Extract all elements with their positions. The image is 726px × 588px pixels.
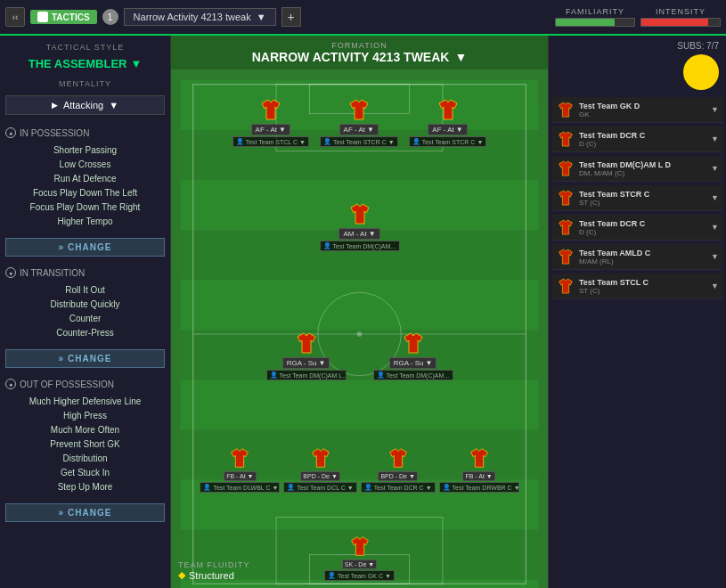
player-name-am[interactable]: 👤Test Team DM(C)AM...▼ xyxy=(320,241,400,251)
sub-row-stcl[interactable]: Test Team STCL C ST (C) ▼ xyxy=(552,274,722,299)
add-tactic-button[interactable]: + xyxy=(281,7,301,27)
change3-label: CHANGE xyxy=(68,508,111,518)
sub-row-stcr[interactable]: Test Team STCR C ST (C) ▼ xyxy=(552,185,722,211)
sub-shirt-dcr2 xyxy=(556,217,575,237)
chevron-right2-icon: » xyxy=(59,354,65,363)
sub-shirt-stcr xyxy=(556,188,575,208)
subs-header: SUBS: 7/7 xyxy=(552,41,722,51)
sub-arrow-dmc: ▼ xyxy=(711,164,719,173)
shirt-cml xyxy=(293,330,320,356)
chevron-right-icon: » xyxy=(59,242,65,252)
formation-title-text: NARROW ACTIVITY 4213 TWEAK xyxy=(252,50,450,64)
formation-label: FORMATION xyxy=(171,41,548,50)
sub-arrow-stcr: ▼ xyxy=(711,193,719,202)
change-oop-button[interactable]: » CHANGE xyxy=(5,503,165,522)
defenders-row: FB - At▼ 👤Test Team DLWBL C▼ BPD - De▼ 👤… xyxy=(171,445,548,493)
sub-arrow-stcl: ▼ xyxy=(711,282,719,290)
role-stcl[interactable]: AF - At▼ xyxy=(251,124,290,135)
player-card-stcr: AF - At▼ 👤Test Team STCR C▼ xyxy=(409,96,487,147)
player-card-cmr: RGA - Su▼ 👤Test Team DM(C)AM...▼ xyxy=(373,330,453,380)
player-name-stcl[interactable]: 👤Test Team STCL C▼ xyxy=(232,136,309,147)
change-possession-button[interactable]: » CHANGE xyxy=(5,238,165,257)
sub-shirt-gk xyxy=(556,100,575,119)
field-header: FORMATION NARROW ACTIVITY 4213 TWEAK ▼ xyxy=(171,36,548,69)
role-stcr[interactable]: AF - At▼ xyxy=(428,124,467,135)
role-dcr[interactable]: BPD - De▼ xyxy=(378,471,418,481)
player-card-dcl: BPD - De▼ 👤Test Team DCL C▼ xyxy=(283,445,356,493)
forwards-row: AF - At▼ 👤Test Team STCL C▼ AF - At▼ 👤Te… xyxy=(171,96,548,147)
intensity-fill xyxy=(641,19,708,26)
shirt-cmr xyxy=(400,330,427,356)
player-name-gk[interactable]: 👤Test Team GK C▼ xyxy=(324,570,395,581)
player-name-lw[interactable]: 👤Test Team DLWBL C▼ xyxy=(200,482,280,493)
sub-pos-amld: M/AM (RL) xyxy=(579,257,707,265)
sub-row-dcr1[interactable]: Test Team DCR C D (C) ▼ xyxy=(552,127,722,152)
role-rw[interactable]: FB - At▼ xyxy=(462,471,494,481)
familiarity-label: FAMILIARITY xyxy=(566,7,624,16)
tactic-name-button[interactable]: Narrow Activity 4213 tweak ▼ xyxy=(124,8,276,26)
mentality-value: Attacking xyxy=(63,100,103,110)
change-transition-button[interactable]: » CHANGE xyxy=(5,349,165,368)
formation-title: NARROW ACTIVITY 4213 TWEAK ▼ xyxy=(171,50,548,64)
role-am[interactable]: AM - At▼ xyxy=(339,228,379,240)
main-layout: TACTICAL STYLE THE ASSEMBLER ▼ MENTALITY… xyxy=(0,36,726,588)
svg-rect-7 xyxy=(181,380,539,429)
in-possession-icon: ● xyxy=(5,127,16,138)
player-name-rw[interactable]: 👤Test Team DRWBR C▼ xyxy=(439,482,519,493)
sub-info-gk: Test Team GK D GK xyxy=(579,102,707,118)
player-name-stcc[interactable]: 👤Test Team STCR C▼ xyxy=(320,136,398,147)
player-name-dcl[interactable]: 👤Test Team DCL C▼ xyxy=(283,482,356,493)
shirt-gk xyxy=(347,534,372,559)
sub-shirt-dcr1 xyxy=(556,129,575,149)
player-card-gk: SK - De▼ 👤Test Team GK C▼ xyxy=(324,534,395,581)
player-name-stcr[interactable]: 👤Test Team STCR C▼ xyxy=(409,136,487,147)
sub-row-amld[interactable]: Test Team AMLD C M/AM (RL) ▼ xyxy=(552,244,722,270)
role-cmr[interactable]: RGA - Su▼ xyxy=(389,357,437,369)
sub-name-dmc: Test Team DM(C)AM L D xyxy=(579,160,707,169)
familiarity-block: FAMILIARITY xyxy=(555,7,635,27)
style-name-button[interactable]: THE ASSEMBLER ▼ xyxy=(5,57,165,70)
sub-name-stcr: Test Team STCR C xyxy=(579,190,707,199)
player-card-lw: FB - At▼ 👤Test Team DLWBL C▼ xyxy=(200,445,280,493)
sub-row-gk[interactable]: Test Team GK D GK ▼ xyxy=(552,97,722,123)
role-lw[interactable]: FB - At▼ xyxy=(224,471,256,481)
player-card-rw: FB - At▼ 👤Test Team DRWBR C▼ xyxy=(439,445,519,493)
player-name-dcr[interactable]: 👤Test Team DCR C▼ xyxy=(361,482,436,493)
field-area: FORMATION NARROW ACTIVITY 4213 TWEAK ▼ 👤… xyxy=(171,36,548,588)
player-card-stcl: AF - At▼ 👤Test Team STCL C▼ xyxy=(232,96,309,147)
sub-shirt-dmc xyxy=(556,159,575,178)
sub-info-amld: Test Team AMLD C M/AM (RL) xyxy=(579,249,707,265)
sub-pos-gk: GK xyxy=(579,110,707,118)
in-transition-header: ● IN TRANSITION xyxy=(5,267,165,278)
chevron-right3-icon: » xyxy=(59,508,65,518)
role-stcc[interactable]: AF - At▼ xyxy=(339,124,379,135)
formation-dropdown-icon: ▼ xyxy=(454,50,467,64)
player-card-cml: RGA - Su▼ 👤Test Team DM(C)AM L...▼ xyxy=(266,330,347,380)
role-dcl[interactable]: BPD - De▼ xyxy=(300,471,340,481)
shirt-stcl xyxy=(257,96,284,123)
out-of-possession-icon: ● xyxy=(5,379,16,389)
player-card-dcr: BPD - De▼ 👤Test Team DCR C▼ xyxy=(361,445,436,493)
in-transition-label: IN TRANSITION xyxy=(20,268,85,278)
tactics-badge: TACTICS xyxy=(30,10,97,24)
right-sidebar: SUBS: 7/7 Test Team GK D GK ▼ Test Team … xyxy=(548,36,726,588)
sub-arrow-dcr1: ▼ xyxy=(711,135,719,143)
player-name-cml[interactable]: 👤Test Team DM(C)AM L...▼ xyxy=(266,370,347,380)
role-gk[interactable]: SK - De▼ xyxy=(342,559,377,569)
in-possession-label: IN POSSESSION xyxy=(20,128,89,138)
change1-label: CHANGE xyxy=(68,242,111,252)
tactic-dropdown-icon: ▼ xyxy=(257,12,266,22)
nav-back-button[interactable]: ‹‹ xyxy=(5,7,25,27)
sub-row-dcr2[interactable]: Test Team DCR C D (C) ▼ xyxy=(552,215,722,241)
role-cml[interactable]: RGA - Su▼ xyxy=(282,357,330,369)
left-sidebar: TACTICAL STYLE THE ASSEMBLER ▼ MENTALITY… xyxy=(0,36,171,588)
mentality-dropdown[interactable]: ▶ Attacking ▼ xyxy=(5,95,165,115)
sub-avatar-area xyxy=(552,54,722,90)
out-of-possession-header: ● OUT OF POSSESSION xyxy=(5,379,165,389)
in-possession-header: ● IN POSSESSION xyxy=(5,127,165,138)
cm-row: RGA - Su▼ 👤Test Team DM(C)AM L...▼ RGA -… xyxy=(171,330,548,380)
sub-row-dmc[interactable]: Test Team DM(C)AM L D DM, M/AM (C) ▼ xyxy=(552,156,722,182)
sub-avatar xyxy=(683,54,719,90)
svg-rect-5 xyxy=(181,280,539,330)
player-name-cmr[interactable]: 👤Test Team DM(C)AM...▼ xyxy=(373,370,453,380)
